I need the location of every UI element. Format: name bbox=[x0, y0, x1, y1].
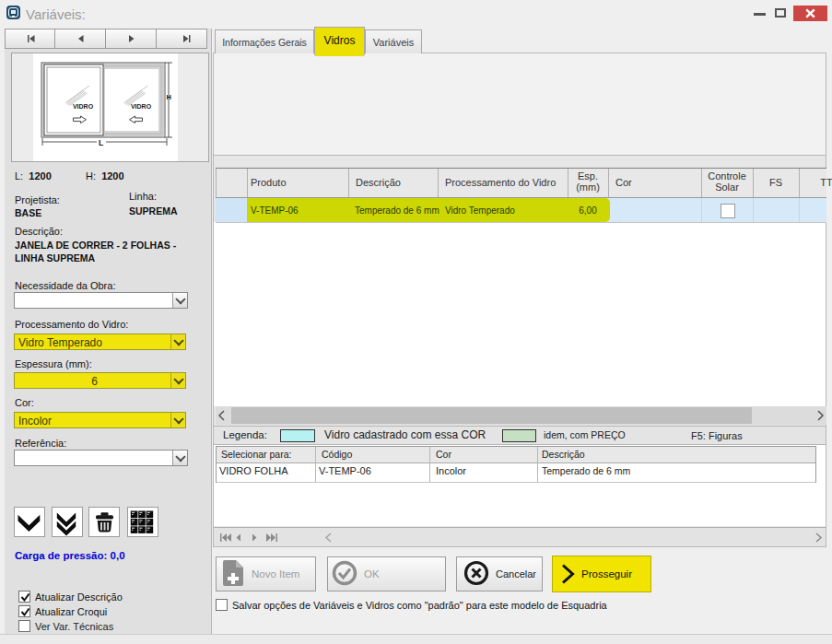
svg-text:VIDRO: VIDRO bbox=[131, 103, 152, 110]
svg-text:H: H bbox=[167, 93, 171, 101]
svg-text:VIDRO: VIDRO bbox=[73, 103, 94, 110]
svg-text:L: L bbox=[99, 138, 103, 147]
